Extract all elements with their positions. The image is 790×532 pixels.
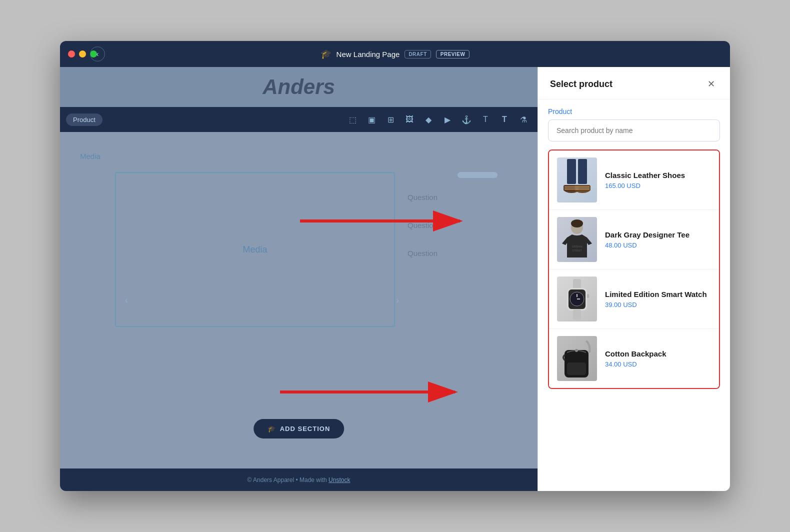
product-item-3[interactable]: Cotton Backpack 34.00 USD <box>549 329 719 388</box>
svg-rect-22 <box>573 310 581 320</box>
product-toolbar-label[interactable]: Product <box>66 114 102 126</box>
product-price-0: 165.00 USD <box>605 182 711 190</box>
add-section-icon: 🎓 <box>268 425 276 432</box>
editor-area: Anders Product ⬚ ▣ ⊞ 🖼 ◆ ▶ ⚓ T T ⚗ Media <box>60 67 538 491</box>
svg-rect-23 <box>587 294 589 298</box>
svg-text:STREET: STREET <box>572 249 582 252</box>
next-arrow[interactable]: › <box>390 293 405 308</box>
grid-icon[interactable]: ⊞ <box>382 112 398 128</box>
red-arrow-product <box>280 377 470 407</box>
svg-rect-3 <box>578 159 587 184</box>
svg-point-13 <box>571 220 583 228</box>
backpack-image <box>560 338 594 380</box>
page-title: New Landing Page <box>336 50 400 58</box>
product-price-2: 39.00 USD <box>605 301 711 308</box>
page-icon: 🎓 <box>320 48 332 60</box>
media-label-center: Media <box>242 244 267 255</box>
product-name-3: Cotton Backpack <box>605 349 711 359</box>
panel-close-button[interactable]: ✕ <box>704 77 718 91</box>
product-info-1: Dark Gray Designer Tee 48.00 USD <box>605 230 711 250</box>
faq-question-3: Question <box>408 249 498 258</box>
svg-rect-2 <box>567 159 576 184</box>
shoe-image <box>560 159 594 202</box>
svg-point-26 <box>575 349 578 352</box>
faq-question-1: Question <box>408 193 498 202</box>
video-icon[interactable]: ▶ <box>440 112 456 128</box>
scroll-indicator <box>458 172 498 178</box>
product-item-2[interactable]: Limited Edition Smart Watch 39.00 USD <box>549 270 719 329</box>
product-price-3: 34.00 USD <box>605 360 711 368</box>
add-section-button[interactable]: 🎓 ADD SECTION <box>254 419 344 438</box>
panel-title: Select product <box>550 79 612 90</box>
tee-image: URBAN STREET <box>560 218 594 261</box>
text-icon[interactable]: T <box>478 112 494 128</box>
faq-answer-3: Answer <box>408 260 498 267</box>
footer-text: © Anders Apparel • Made with <box>248 476 327 484</box>
svg-rect-7 <box>574 185 590 191</box>
panel-body: Product <box>538 100 730 491</box>
brand-header: Anders <box>60 67 538 107</box>
product-thumb-2 <box>557 276 597 322</box>
product-list: Classic Leather Shoes 165.00 USD <box>548 150 720 389</box>
draft-badge: DRAFT <box>404 50 430 58</box>
product-price-1: 48.00 USD <box>605 242 711 249</box>
paint-icon[interactable]: ◆ <box>420 112 436 128</box>
close-button[interactable] <box>68 50 75 58</box>
panel-header: Select product ✕ <box>538 67 730 100</box>
text-bold-icon[interactable]: T <box>496 112 512 128</box>
media-label-left: Media <box>80 152 100 160</box>
toolbar: Product ⬚ ▣ ⊞ 🖼 ◆ ▶ ⚓ T T ⚗ <box>60 107 538 132</box>
svg-rect-25 <box>567 362 586 375</box>
product-thumb-3 <box>557 336 597 381</box>
watch-image <box>560 278 594 320</box>
faq-item-3: Question Answer <box>408 249 498 267</box>
title-center: 🎓 New Landing Page DRAFT PREVIEW <box>68 48 722 60</box>
app-window: ‹ 🎓 New Landing Page DRAFT PREVIEW Ander… <box>60 41 730 491</box>
add-section-label: ADD SECTION <box>280 425 330 432</box>
prev-arrow[interactable]: ‹ <box>119 293 134 308</box>
editor-footer: © Anders Apparel • Made with Unstock <box>60 468 538 491</box>
product-item-0[interactable]: Classic Leather Shoes 165.00 USD <box>549 150 719 210</box>
columns-icon[interactable]: ▣ <box>364 112 380 128</box>
product-name-2: Limited Edition Smart Watch <box>605 290 711 300</box>
anchor-icon[interactable]: ⚓ <box>458 112 474 128</box>
product-thumb-1: URBAN STREET <box>557 217 597 262</box>
product-name-1: Dark Gray Designer Tee <box>605 230 711 240</box>
product-thumb-0 <box>557 158 597 202</box>
product-info-3: Cotton Backpack 34.00 USD <box>605 349 711 368</box>
red-arrow-search <box>300 206 475 236</box>
back-button[interactable]: ‹ <box>90 46 105 62</box>
image-icon[interactable]: 🖼 <box>402 112 418 128</box>
footer-link[interactable]: Unstock <box>328 476 350 484</box>
product-info-0: Classic Leather Shoes 165.00 USD <box>605 170 711 190</box>
product-info-2: Limited Edition Smart Watch 39.00 USD <box>605 290 711 309</box>
media-box[interactable]: Media <box>115 172 395 327</box>
page-content: Media Media ‹ › Question Answer Question… <box>60 132 538 468</box>
product-item-1[interactable]: URBAN STREET Dark Gray Designer Tee 48.0… <box>549 210 719 270</box>
panel-section-label: Product <box>548 100 720 120</box>
select-panel: Select product ✕ Product <box>538 67 730 491</box>
product-name-0: Classic Leather Shoes <box>605 170 711 180</box>
dashed-select-icon[interactable]: ⬚ <box>344 112 360 128</box>
search-input[interactable] <box>548 120 720 142</box>
title-bar: ‹ 🎓 New Landing Page DRAFT PREVIEW <box>60 41 730 67</box>
minimize-button[interactable] <box>79 50 86 58</box>
main-content: Anders Product ⬚ ▣ ⊞ 🖼 ◆ ▶ ⚓ T T ⚗ Media <box>60 67 730 491</box>
search-wrapper <box>548 120 720 142</box>
flask-icon[interactable]: ⚗ <box>516 112 532 128</box>
brand-title: Anders <box>262 75 335 99</box>
svg-text:URBAN: URBAN <box>572 245 582 248</box>
svg-rect-16 <box>573 279 581 289</box>
preview-badge[interactable]: PREVIEW <box>436 50 470 58</box>
